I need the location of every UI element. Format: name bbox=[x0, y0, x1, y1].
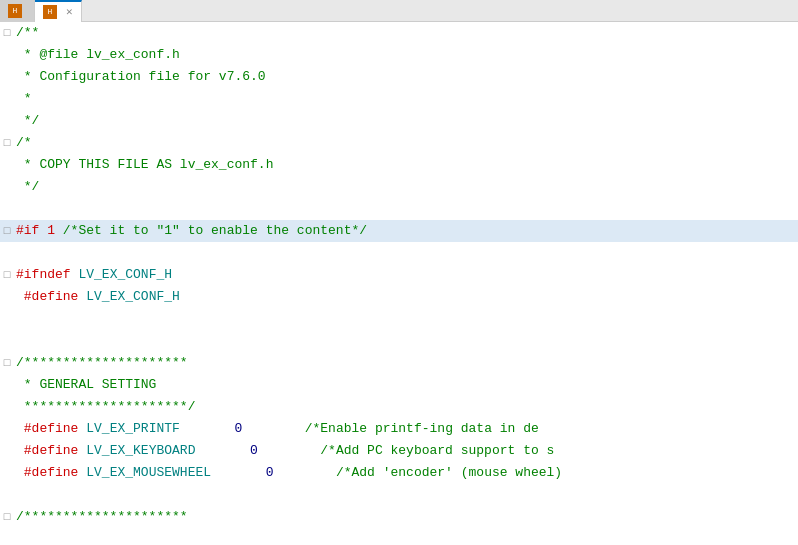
line-content: /** bbox=[14, 22, 798, 44]
fold-gutter[interactable] bbox=[0, 484, 14, 506]
fold-gutter[interactable]: □ bbox=[0, 220, 14, 242]
line-row bbox=[0, 308, 798, 330]
line-content: * GENERAL SETTING bbox=[14, 374, 798, 396]
fold-gutter[interactable] bbox=[0, 440, 14, 462]
line-row: #define LV_EX_PRINTF 0 /*Enable printf-i… bbox=[0, 418, 798, 440]
line-row: #define LV_EX_KEYBOARD 0 /*Add PC keyboa… bbox=[0, 440, 798, 462]
line-row: * bbox=[0, 88, 798, 110]
line-row: □#ifndef LV_EX_CONF_H bbox=[0, 264, 798, 286]
fold-gutter[interactable] bbox=[0, 462, 14, 484]
line-content: * bbox=[14, 88, 798, 110]
fold-gutter[interactable]: □ bbox=[0, 264, 14, 286]
line-content bbox=[14, 198, 798, 220]
fold-gutter[interactable] bbox=[0, 242, 14, 264]
line-row: #define LV_EX_MOUSEWHEEL 0 /*Add 'encode… bbox=[0, 462, 798, 484]
fold-gutter[interactable]: □ bbox=[0, 506, 14, 528]
line-row: □/********************* bbox=[0, 352, 798, 374]
line-content: */ bbox=[14, 110, 798, 132]
fold-gutter[interactable] bbox=[0, 44, 14, 66]
line-content: * COPY THIS FILE AS lv_ex_conf.h bbox=[14, 154, 798, 176]
line-row: □#if 1 /*Set it to "1" to enable the con… bbox=[0, 220, 798, 242]
line-content: * Configuration file for v7.6.0 bbox=[14, 66, 798, 88]
line-row bbox=[0, 330, 798, 352]
line-content: #define LV_EX_KEYBOARD 0 /*Add PC keyboa… bbox=[14, 440, 798, 462]
fold-gutter[interactable] bbox=[0, 286, 14, 308]
line-row bbox=[0, 198, 798, 220]
fold-gutter[interactable] bbox=[0, 110, 14, 132]
fold-gutter[interactable] bbox=[0, 418, 14, 440]
fold-gutter[interactable] bbox=[0, 374, 14, 396]
line-content: #ifndef LV_EX_CONF_H bbox=[14, 264, 798, 286]
fold-gutter[interactable] bbox=[0, 396, 14, 418]
fold-gutter[interactable] bbox=[0, 154, 14, 176]
fold-gutter[interactable]: □ bbox=[0, 352, 14, 374]
line-content: #define LV_EX_CONF_H bbox=[14, 286, 798, 308]
tab-ex-conf-h[interactable]: H ✕ bbox=[35, 0, 82, 22]
line-row: □/********************* bbox=[0, 506, 798, 528]
line-content bbox=[14, 242, 798, 264]
fold-gutter[interactable] bbox=[0, 308, 14, 330]
fold-gutter[interactable] bbox=[0, 176, 14, 198]
editor: □/** * @file lv_ex_conf.h * Configuratio… bbox=[0, 22, 798, 545]
line-row: □/** bbox=[0, 22, 798, 44]
line-row: * GENERAL SETTING bbox=[0, 374, 798, 396]
fold-gutter[interactable] bbox=[0, 330, 14, 352]
fold-gutter[interactable] bbox=[0, 88, 14, 110]
fold-gutter[interactable]: □ bbox=[0, 132, 14, 154]
line-row: #define LV_EX_CONF_H bbox=[0, 286, 798, 308]
tab-close-icon[interactable]: ✕ bbox=[66, 5, 73, 18]
line-row: *********************/ bbox=[0, 396, 798, 418]
line-row: */ bbox=[0, 176, 798, 198]
line-content: * @file lv_ex_conf.h bbox=[14, 44, 798, 66]
line-content: /* bbox=[14, 132, 798, 154]
editor-content: □/** * @file lv_ex_conf.h * Configuratio… bbox=[0, 22, 798, 528]
line-content bbox=[14, 484, 798, 506]
tab-file-icon: H bbox=[8, 4, 22, 18]
tab-bar: H H ✕ bbox=[0, 0, 798, 22]
line-content: #define LV_EX_MOUSEWHEEL 0 /*Add 'encode… bbox=[14, 462, 798, 484]
line-content bbox=[14, 330, 798, 352]
fold-gutter[interactable] bbox=[0, 66, 14, 88]
line-row bbox=[0, 242, 798, 264]
line-row: □/* bbox=[0, 132, 798, 154]
line-content: *********************/ bbox=[14, 396, 798, 418]
line-content: */ bbox=[14, 176, 798, 198]
line-row: */ bbox=[0, 110, 798, 132]
fold-gutter[interactable] bbox=[0, 198, 14, 220]
line-row: * Configuration file for v7.6.0 bbox=[0, 66, 798, 88]
line-content: /********************* bbox=[14, 506, 798, 528]
line-content: #define LV_EX_PRINTF 0 /*Enable printf-i… bbox=[14, 418, 798, 440]
line-row: * @file lv_ex_conf.h bbox=[0, 44, 798, 66]
line-row: * COPY THIS FILE AS lv_ex_conf.h bbox=[0, 154, 798, 176]
fold-gutter[interactable]: □ bbox=[0, 22, 14, 44]
tab-ex-file-icon: H bbox=[43, 5, 57, 19]
line-content: /********************* bbox=[14, 352, 798, 374]
line-row bbox=[0, 484, 798, 506]
line-content: #if 1 /*Set it to "1" to enable the cont… bbox=[14, 220, 798, 242]
line-content bbox=[14, 308, 798, 330]
tab-conf-h[interactable]: H bbox=[0, 0, 35, 22]
